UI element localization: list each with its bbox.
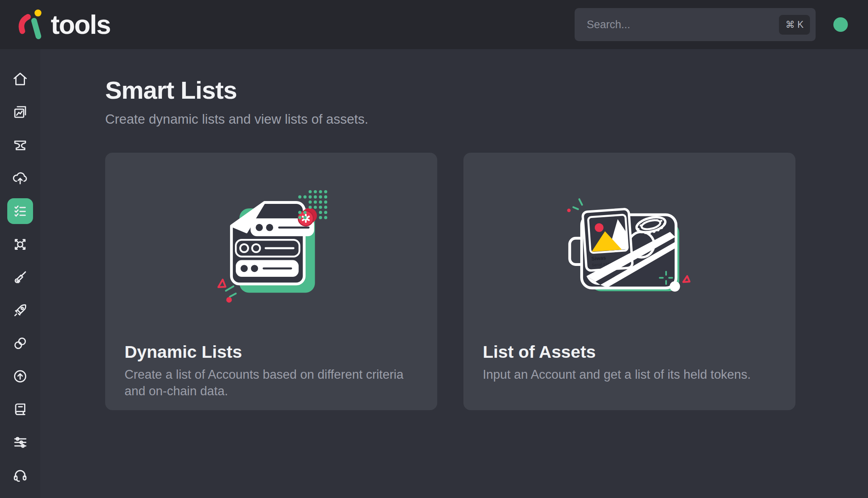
sidebar-item-scan[interactable] bbox=[7, 231, 33, 257]
sidebar-item-support[interactable] bbox=[7, 463, 33, 488]
dynamic-lists-description: Create a list of Accounts based on diffe… bbox=[125, 367, 417, 400]
page-subtitle: Create dynamic lists and view lists of a… bbox=[105, 112, 868, 127]
sidebar-item-home[interactable] bbox=[7, 66, 33, 92]
brand-name: tools bbox=[51, 11, 110, 38]
nft-name-label: Siwas bbox=[591, 255, 606, 262]
search-shortcut-badge: ⌘ K bbox=[779, 15, 810, 35]
list-of-assets-description: Input an Account and get a list of its h… bbox=[483, 367, 775, 383]
sidebar-item-upload[interactable] bbox=[7, 363, 33, 389]
brand-logo[interactable]: tools bbox=[15, 7, 110, 42]
sidebar-item-paint[interactable] bbox=[7, 264, 33, 290]
dynamic-lists-title: Dynamic Lists bbox=[125, 342, 418, 362]
user-avatar[interactable] bbox=[833, 17, 848, 32]
cloud-upload-icon bbox=[12, 170, 29, 187]
sidebar-item-tokens[interactable] bbox=[7, 330, 33, 356]
rocket-icon bbox=[12, 302, 29, 319]
gallery-chart-icon bbox=[12, 104, 29, 120]
sliders-icon bbox=[12, 434, 29, 451]
paintbrush-icon bbox=[12, 269, 29, 286]
page-title: Smart Lists bbox=[105, 76, 868, 104]
headset-icon bbox=[12, 467, 29, 484]
brand-logo-icon bbox=[15, 7, 47, 42]
sidebar-item-launch[interactable] bbox=[7, 297, 33, 323]
book-icon bbox=[12, 401, 29, 418]
sidebar-item-docs[interactable] bbox=[7, 396, 33, 422]
dynamic-lists-art-icon bbox=[212, 187, 331, 308]
token-circles-icon bbox=[12, 335, 29, 352]
checklist-icon bbox=[12, 203, 29, 220]
search-box[interactable]: ⌘ K bbox=[575, 8, 816, 41]
list-of-assets-title: List of Assets bbox=[483, 342, 776, 362]
sidebar-item-upload-cloud[interactable] bbox=[7, 165, 33, 191]
scan-focus-icon bbox=[12, 236, 29, 253]
list-of-assets-card[interactable]: Siwas Serial #344 bbox=[463, 153, 795, 410]
circle-arrow-up-icon bbox=[12, 368, 29, 385]
cards-row: Dynamic Lists Create a list of Accounts … bbox=[105, 153, 868, 410]
search-input[interactable] bbox=[587, 19, 779, 31]
anvil-icon bbox=[12, 137, 29, 154]
list-of-assets-art-icon: Siwas Serial #344 bbox=[562, 193, 697, 301]
topbar: tools ⌘ K bbox=[0, 0, 868, 49]
sidebar-item-gallery[interactable] bbox=[7, 99, 33, 125]
main-content: Smart Lists Create dynamic lists and vie… bbox=[40, 0, 868, 410]
list-of-assets-illustration: Siwas Serial #344 bbox=[483, 153, 776, 342]
sidebar-item-smart-lists[interactable] bbox=[7, 198, 33, 224]
dynamic-lists-illustration bbox=[125, 153, 418, 342]
sidebar-item-forge[interactable] bbox=[7, 132, 33, 158]
sidebar bbox=[0, 49, 40, 498]
sidebar-item-settings[interactable] bbox=[7, 430, 33, 455]
home-icon bbox=[12, 71, 29, 87]
dynamic-lists-card[interactable]: Dynamic Lists Create a list of Accounts … bbox=[105, 153, 437, 410]
